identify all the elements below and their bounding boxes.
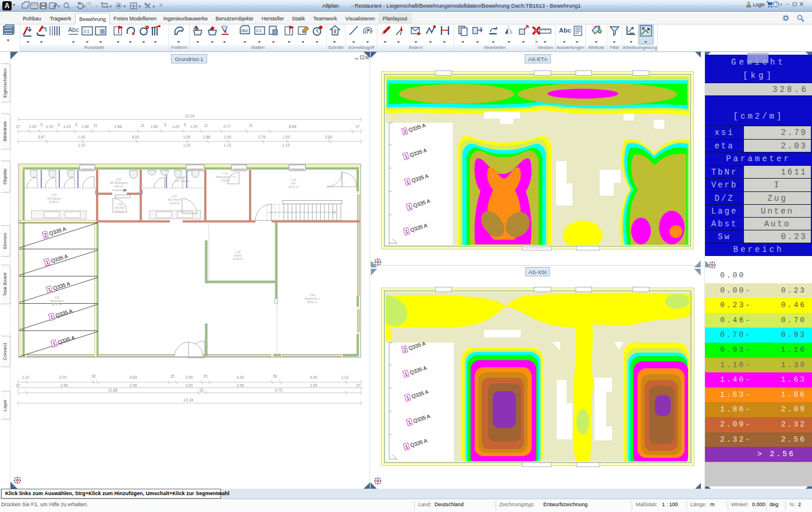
- svg-text:?: ?: [775, 2, 778, 7]
- svg-text:▾: ▾: [138, 3, 141, 9]
- svg-text:▾: ▾: [152, 3, 155, 9]
- svg-text:▾: ▾: [83, 3, 86, 9]
- svg-text:–: –: [786, 1, 789, 7]
- svg-text:▾: ▾: [95, 3, 98, 9]
- svg-text:▾: ▾: [58, 3, 60, 9]
- svg-text:Login: Login: [753, 2, 765, 8]
- svg-text:▾: ▾: [781, 2, 783, 6]
- svg-text:▾: ▾: [109, 3, 112, 9]
- svg-text:=: =: [159, 2, 163, 9]
- svg-text:▾: ▾: [123, 3, 126, 9]
